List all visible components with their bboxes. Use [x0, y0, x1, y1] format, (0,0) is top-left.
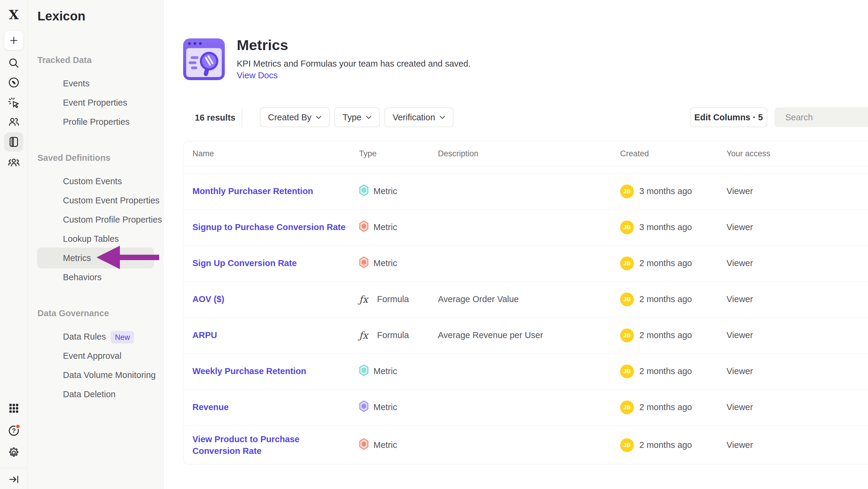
column-header-name[interactable]: Name — [192, 149, 359, 159]
sidebar-item-events[interactable]: Events — [37, 73, 154, 94]
table-row: Signup to Purchase Conversion Rate Metri… — [183, 209, 868, 246]
created-cell: JB 2 months ago — [620, 365, 726, 378]
table-row: Monthly Purchaser Retention Metric JB 3 … — [183, 173, 868, 209]
plus-button[interactable] — [4, 31, 23, 50]
help-icon[interactable]: ? — [7, 423, 21, 437]
metric-name-link[interactable]: Weekly Purchase Retention — [192, 366, 306, 376]
table-row: Revenue Metric JB 2 months ago Viewer — [183, 390, 868, 425]
lexicon-sidebar: Lexicon Tracked DataEventsEvent Properti… — [28, 0, 163, 489]
access-cell: Viewer — [726, 402, 868, 412]
created-cell: JB 2 months ago — [620, 328, 726, 342]
type-cell: Metric — [359, 184, 438, 198]
search-box[interactable] — [774, 107, 868, 127]
icon-rail: X — [0, 0, 28, 489]
created-cell: JB 2 months ago — [620, 438, 726, 452]
sidebar-item-behaviors[interactable]: Behaviors — [37, 267, 154, 288]
sidebar-item-custom-events[interactable]: Custom Events — [37, 171, 154, 192]
apps-grid-icon[interactable] — [8, 403, 20, 414]
lexicon-app: X — [0, 0, 868, 489]
metric-name-link[interactable]: ARPU — [192, 330, 217, 340]
rail-divider — [0, 468, 28, 468]
created-time: 3 months ago — [639, 222, 692, 232]
table-row: ARPU ƒx Formula Average Revenue per User… — [183, 317, 868, 353]
creator-avatar: JB — [620, 184, 634, 198]
sidebar-item-data-rules[interactable]: Data RulesNew — [37, 326, 154, 347]
type-label: Metric — [373, 366, 397, 376]
column-header-created[interactable]: Created — [620, 149, 726, 159]
metric-name-link[interactable]: AOV ($) — [192, 294, 224, 304]
type-cell: Metric — [359, 257, 438, 270]
sidebar-item-profile-properties[interactable]: Profile Properties — [37, 111, 154, 132]
column-header-your-access[interactable]: Your access — [726, 149, 868, 159]
search-nav-icon[interactable] — [8, 57, 20, 69]
created-time: 2 months ago — [639, 402, 692, 412]
plus-icon — [9, 35, 19, 46]
cursor-click-icon[interactable] — [8, 96, 20, 109]
notification-dot — [16, 424, 20, 429]
type-label: Formula — [377, 294, 409, 304]
created-cell: JB 3 months ago — [620, 184, 726, 198]
filter-type[interactable]: Type — [335, 107, 380, 127]
sidebar-item-lookup-tables[interactable]: Lookup Tables — [37, 228, 154, 249]
creator-avatar: JB — [620, 401, 634, 414]
creator-avatar: JB — [620, 365, 634, 378]
table-row: AOV ($) ƒx Formula Average Order Value J… — [183, 281, 868, 317]
sidebar-item-event-approval[interactable]: Event Approval — [37, 345, 154, 366]
sidebar-item-data-deletion[interactable]: Data Deletion — [37, 384, 154, 405]
created-time: 2 months ago — [639, 330, 692, 340]
metric-name-link[interactable]: Sign Up Conversion Rate — [192, 258, 297, 268]
metric-name-link[interactable]: Revenue — [192, 402, 229, 412]
created-time: 2 months ago — [639, 366, 692, 376]
created-cell: JB 2 months ago — [620, 257, 726, 270]
type-label: Metric — [373, 440, 397, 450]
type-cell: Metric — [359, 401, 438, 414]
creator-avatar: JB — [620, 328, 634, 342]
metrics-page-icon — [183, 38, 225, 80]
table-row: View Product to Purchase Conversion Rate… — [183, 425, 868, 464]
filter-created-by[interactable]: Created By — [260, 107, 330, 127]
sidebar-item-event-properties[interactable]: Event Properties — [37, 92, 154, 113]
sidebar-item-custom-event-properties[interactable]: Custom Event Properties — [37, 190, 154, 211]
search-input[interactable] — [785, 113, 868, 122]
edit-columns-button[interactable]: Edit Columns · 5 — [690, 107, 767, 127]
created-cell: JB 2 months ago — [620, 401, 726, 414]
new-badge: New — [111, 331, 134, 344]
sidebar-item-metrics[interactable]: Metrics — [37, 248, 154, 268]
metric-name-link[interactable]: Signup to Purchase Conversion Rate — [192, 222, 346, 232]
creator-avatar: JB — [620, 221, 634, 234]
metric-name-link[interactable]: View Product to Purchase Conversion Rate — [192, 434, 300, 456]
created-cell: JB 3 months ago — [620, 221, 726, 234]
created-cell: JB 2 months ago — [620, 292, 726, 306]
section-saved-definitions: Saved Definitions — [37, 152, 110, 164]
access-cell: Viewer — [726, 294, 868, 304]
sidebar-item-custom-profile-properties[interactable]: Custom Profile Properties — [37, 209, 154, 230]
community-icon[interactable] — [7, 156, 20, 169]
created-time: 2 months ago — [639, 294, 692, 304]
users-icon[interactable] — [8, 116, 20, 128]
sidebar-item-data-volume-monitoring[interactable]: Data Volume Monitoring — [37, 365, 154, 385]
metric-name-link[interactable]: Monthly Purchaser Retention — [192, 186, 313, 196]
type-label: Formula — [377, 330, 409, 340]
sign-out-icon[interactable] — [8, 474, 20, 485]
svg-text:X: X — [9, 8, 19, 22]
settings-gear-icon[interactable] — [7, 447, 20, 459]
metric-hexagon-icon-orange — [359, 257, 369, 270]
column-header-type[interactable]: Type — [359, 149, 438, 159]
filter-verification[interactable]: Verification — [384, 107, 454, 127]
mixpanel-logo-icon[interactable]: X — [7, 8, 20, 22]
view-docs-link[interactable]: View Docs — [237, 70, 278, 80]
compass-icon[interactable] — [8, 77, 20, 88]
column-header-description[interactable]: Description — [438, 149, 620, 159]
metrics-table: Name Type Description Created Your acces… — [183, 141, 868, 464]
metric-hexagon-icon-purple — [359, 401, 369, 414]
type-cell: Metric — [359, 221, 438, 234]
type-label: Metric — [373, 186, 397, 196]
filter-chips: Created By Type Verification — [260, 107, 454, 127]
access-cell: Viewer — [726, 222, 868, 232]
created-time: 2 months ago — [639, 258, 692, 268]
type-cell: ƒx Formula — [359, 330, 438, 341]
description-cell: Average Order Value — [438, 294, 620, 304]
type-cell: ƒx Formula — [359, 294, 438, 305]
lexicon-book-icon — [8, 136, 20, 148]
lexicon-book-nav[interactable] — [4, 132, 23, 151]
